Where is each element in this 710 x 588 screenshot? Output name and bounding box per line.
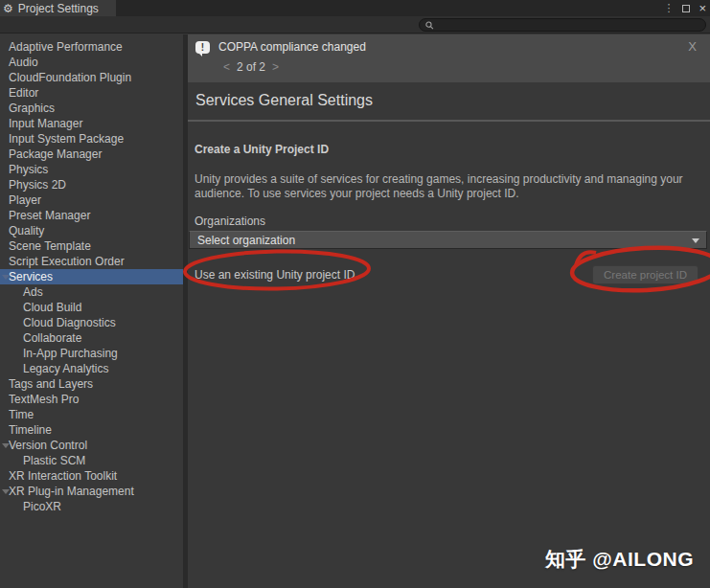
- sidebar-item-label: Editor: [9, 86, 38, 100]
- chevron-down-icon: [692, 238, 699, 243]
- sidebar-item-adaptive-performance[interactable]: Adaptive Performance: [0, 39, 183, 55]
- sidebar-item-preset-manager[interactable]: Preset Manager: [0, 208, 183, 223]
- toolbar: [0, 16, 710, 34]
- sidebar-item-label: CloudFoundation Plugin: [9, 71, 131, 84]
- notification-pager: < 2 of 2 >: [195, 60, 710, 74]
- actions-row: Use an existing Unity project ID Create …: [195, 265, 703, 284]
- sidebar-item-label: Physics: [9, 163, 48, 176]
- window-tab-project-settings[interactable]: ⚙ Project Settings: [0, 0, 116, 16]
- content-area: Adaptive PerformanceAudioCloudFoundation…: [0, 34, 710, 588]
- sidebar-item-label: Scene Template: [9, 239, 91, 253]
- use-existing-project-id-link[interactable]: Use an existing Unity project ID: [195, 268, 355, 282]
- sidebar-item-collaborate[interactable]: Collaborate: [0, 330, 183, 346]
- sidebar-item-physics-2d[interactable]: Physics 2D: [0, 177, 183, 192]
- sidebar-item-label: Collaborate: [23, 331, 81, 345]
- sidebar-item-picoxr[interactable]: PicoXR: [0, 499, 183, 514]
- description-line: Unity provides a suite of services for c…: [195, 172, 703, 187]
- pager-next-icon[interactable]: >: [272, 60, 279, 74]
- sidebar-item-label: XR Interaction Toolkit: [9, 469, 117, 483]
- sidebar-item-time[interactable]: Time: [0, 407, 183, 422]
- description-line: audience. To use services your project n…: [195, 187, 703, 201]
- sidebar-item-in-app-purchasing[interactable]: In-App Purchasing: [0, 346, 183, 361]
- sidebar-item-label: Version Control: [9, 439, 87, 452]
- sidebar-item-label: PicoXR: [23, 500, 61, 513]
- sidebar-item-ads[interactable]: Ads: [0, 284, 183, 300]
- sidebar-item-legacy-analytics[interactable]: Legacy Analytics: [0, 361, 183, 376]
- sidebar-item-quality[interactable]: Quality: [0, 223, 183, 238]
- sidebar-item-physics[interactable]: Physics: [0, 162, 183, 177]
- sidebar-item-timeline[interactable]: Timeline: [0, 422, 183, 438]
- sidebar-item-label: Audio: [9, 56, 38, 69]
- sidebar-item-services[interactable]: Services: [0, 269, 183, 284]
- organizations-dropdown-value: Select organization: [197, 234, 295, 247]
- foldout-expanded-icon[interactable]: [2, 275, 10, 280]
- sidebar-item-script-execution-order[interactable]: Script Execution Order: [0, 254, 183, 269]
- sidebar-item-xr-interaction-toolkit[interactable]: XR Interaction Toolkit: [0, 468, 183, 484]
- sidebar-item-scene-template[interactable]: Scene Template: [0, 238, 183, 254]
- sidebar-item-tags-and-layers[interactable]: Tags and Layers: [0, 376, 183, 392]
- sidebar-item-version-control[interactable]: Version Control: [0, 438, 183, 453]
- sidebar-item-cloud-build[interactable]: Cloud Build: [0, 300, 183, 315]
- sidebar-item-plastic-scm[interactable]: Plastic SCM: [0, 453, 183, 468]
- sidebar-item-editor[interactable]: Editor: [0, 85, 183, 101]
- sidebar-item-label: Package Manager: [9, 147, 102, 161]
- services-description: Unity provides a suite of services for c…: [195, 172, 703, 201]
- window-menu-icon[interactable]: ⋮: [663, 3, 674, 13]
- window-title: Project Settings: [18, 2, 99, 15]
- sidebar-item-label: Player: [9, 193, 41, 207]
- sidebar-item-label: In-App Purchasing: [23, 347, 118, 360]
- sidebar-item-label: Ads: [23, 285, 43, 299]
- create-project-id-button[interactable]: Create project ID: [592, 265, 699, 284]
- sidebar-item-label: Cloud Diagnostics: [23, 316, 116, 329]
- sidebar-item-label: Services: [9, 270, 53, 283]
- window-close-icon[interactable]: ×: [699, 2, 706, 14]
- search-box[interactable]: [419, 18, 706, 32]
- sidebar-item-label: TextMesh Pro: [9, 393, 79, 406]
- foldout-expanded-icon[interactable]: [2, 443, 10, 448]
- organizations-dropdown[interactable]: Select organization: [189, 231, 707, 249]
- sidebar-item-input-manager[interactable]: Input Manager: [0, 116, 183, 131]
- sidebar-list: Adaptive PerformanceAudioCloudFoundation…: [0, 39, 183, 514]
- settings-sidebar: Adaptive PerformanceAudioCloudFoundation…: [0, 34, 183, 588]
- sidebar-item-label: XR Plug-in Management: [9, 485, 134, 498]
- sidebar-item-textmesh-pro[interactable]: TextMesh Pro: [0, 392, 183, 407]
- gear-icon: ⚙: [3, 3, 13, 14]
- sidebar-item-label: Input System Package: [9, 132, 124, 146]
- page-title: Services General Settings: [188, 82, 710, 122]
- notification-bar: ! COPPA compliance changed X < 2 of 2 >: [188, 34, 710, 82]
- sidebar-item-label: Legacy Analytics: [23, 362, 108, 375]
- maximize-icon[interactable]: [682, 5, 690, 12]
- window-controls: ⋮ ×: [663, 0, 706, 16]
- pager-prev-icon[interactable]: <: [223, 60, 230, 74]
- sidebar-item-graphics[interactable]: Graphics: [0, 101, 183, 116]
- titlebar: ⚙ Project Settings ⋮ ×: [0, 0, 710, 16]
- watermark: 知乎 @AILONG: [545, 546, 694, 573]
- main-panel: ! COPPA compliance changed X < 2 of 2 > …: [188, 34, 710, 588]
- pager-count: 2 of 2: [237, 60, 265, 74]
- search-icon: [425, 21, 434, 30]
- section-heading: Create a Unity Project ID: [195, 143, 703, 156]
- sidebar-item-package-manager[interactable]: Package Manager: [0, 147, 183, 162]
- alert-bubble-icon: !: [195, 41, 210, 54]
- sidebar-item-label: Adaptive Performance: [9, 40, 123, 54]
- sidebar-item-label: Tags and Layers: [9, 377, 93, 391]
- sidebar-item-label: Cloud Build: [23, 301, 81, 314]
- sidebar-item-label: Plastic SCM: [23, 454, 85, 467]
- notification-close-icon[interactable]: X: [688, 39, 697, 54]
- panel-body: Create a Unity Project ID Unity provides…: [188, 143, 710, 284]
- sidebar-item-label: Quality: [9, 224, 44, 237]
- sidebar-item-cloudfoundation-plugin[interactable]: CloudFoundation Plugin: [0, 70, 183, 85]
- sidebar-item-label: Script Execution Order: [9, 255, 125, 268]
- sidebar-item-audio[interactable]: Audio: [0, 55, 183, 70]
- sidebar-item-label: Timeline: [9, 423, 52, 437]
- project-settings-window: ⚙ Project Settings ⋮ × Adaptive Performa…: [0, 0, 710, 588]
- sidebar-item-cloud-diagnostics[interactable]: Cloud Diagnostics: [0, 315, 183, 330]
- sidebar-item-label: Input Manager: [9, 117, 82, 130]
- organizations-label: Organizations: [195, 215, 703, 228]
- sidebar-item-input-system-package[interactable]: Input System Package: [0, 131, 183, 147]
- sidebar-item-xr-plug-in-management[interactable]: XR Plug-in Management: [0, 484, 183, 499]
- search-input[interactable]: [438, 19, 699, 31]
- sidebar-item-label: Preset Manager: [9, 209, 90, 222]
- sidebar-item-player[interactable]: Player: [0, 192, 183, 208]
- foldout-expanded-icon[interactable]: [2, 489, 10, 494]
